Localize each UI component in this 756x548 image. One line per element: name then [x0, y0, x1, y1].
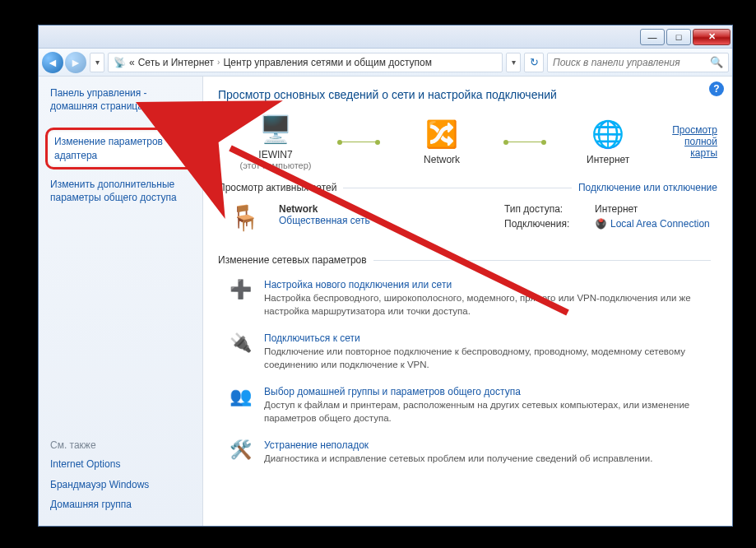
computer-icon: 🖥️ [257, 113, 295, 146]
troubleshoot-icon: 🛠️ [230, 439, 254, 464]
network-icon: 📡 [114, 57, 126, 68]
breadcrumb[interactable]: 📡 « Сеть и Интернет › Центр управления с… [108, 53, 503, 72]
back-button[interactable]: ◄ [42, 52, 63, 73]
help-icon[interactable]: ? [709, 81, 724, 96]
task-desc: Диагностика и исправление сетевых пробле… [264, 453, 652, 466]
change-settings-section: Изменение сетевых параметров ➕ Настройка… [218, 254, 717, 474]
bench-icon: 🪑 [230, 203, 267, 236]
breadcrumb-ellipsis: « [129, 57, 135, 68]
connect-icon: 🔌 [230, 332, 254, 357]
refresh-button[interactable]: ↻ [524, 53, 544, 72]
breadcrumb-part[interactable]: Сеть и Интернет [138, 57, 214, 68]
breadcrumb-part[interactable]: Центр управления сетями и общим доступом [223, 57, 432, 68]
sidebar-see-also: См. также Internet Options Брандмауэр Wi… [50, 439, 192, 518]
highlight-box: Изменение параметров адаптера [45, 128, 197, 169]
task-link[interactable]: Подключиться к сети [264, 332, 360, 344]
globe-icon: 🌐 [589, 118, 627, 151]
connection-link[interactable]: 🖲️Local Area Connection [595, 218, 710, 230]
homegroup-icon: 👥 [230, 386, 254, 411]
minimize-button[interactable]: — [640, 29, 665, 45]
search-input[interactable] [553, 57, 723, 68]
see-also-internet-options[interactable]: Internet Options [50, 457, 192, 471]
new-connection-icon: ➕ [230, 279, 254, 304]
section-title: Изменение сетевых параметров [218, 254, 367, 266]
sidebar-adapter-link[interactable]: Изменение параметров адаптера [54, 135, 188, 161]
task-desc: Настройка беспроводного, широкополосного… [264, 292, 717, 318]
page-title: Просмотр основных сведений о сети и наст… [218, 88, 717, 101]
map-node-label: IEWIN7 [218, 149, 333, 160]
map-node-label: Network [384, 154, 499, 165]
active-networks-section: Просмотр активных сетей Подключение или … [218, 182, 717, 243]
maximize-button[interactable]: □ [666, 29, 691, 45]
connect-disconnect-link[interactable]: Подключение или отключение [578, 182, 717, 193]
network-node-icon: 🔀 [423, 118, 461, 151]
see-also-homegroup[interactable]: Домашняя группа [50, 498, 192, 511]
window: — □ ✕ ◄ ► ▾ 📡 « Сеть и Интернет › Центр … [38, 25, 733, 527]
full-map-link[interactable]: Просмотр полной карты [672, 124, 717, 159]
section-title: Просмотр активных сетей [218, 182, 336, 193]
access-type-value: Интернет [595, 203, 638, 215]
task-desc: Доступ к файлам и принтерам, расположенн… [264, 399, 717, 425]
task-link[interactable]: Устранение неполадок [264, 439, 369, 451]
task-homegroup: 👥 Выбор домашней группы и параметров общ… [218, 379, 717, 433]
nav-arrows: ◄ ► [42, 52, 86, 73]
network-name: Network [279, 203, 493, 215]
task-desc: Подключение или повторное подключение к … [264, 346, 717, 371]
network-map: 🖥️ IEWIN7 (этот компьютер) 🔀 Network 🌐 И… [218, 113, 717, 170]
task-new-connection: ➕ Настройка нового подключения или сети … [218, 272, 717, 326]
map-connector [340, 142, 378, 142]
navbar: ◄ ► ▾ 📡 « Сеть и Интернет › Центр управл… [39, 49, 732, 77]
see-also-firewall[interactable]: Брандмауэр Windows [50, 478, 192, 491]
map-node-label: Интернет [550, 154, 666, 165]
map-connector [506, 142, 544, 142]
ethernet-icon: 🖲️ [595, 218, 607, 230]
see-also-heading: См. также [50, 439, 192, 451]
sidebar-advanced-link[interactable]: Изменить дополнительные параметры общего… [50, 178, 192, 204]
main-content: ? Просмотр основных сведений о сети и на… [203, 77, 732, 526]
sidebar-home-link[interactable]: Панель управления - домашняя страница [50, 86, 192, 113]
titlebar: — □ ✕ [39, 26, 732, 49]
close-button[interactable]: ✕ [693, 29, 730, 45]
search-box[interactable]: 🔍 [547, 53, 729, 72]
network-type-link[interactable]: Общественная сеть [279, 215, 370, 226]
search-icon: 🔍 [710, 56, 723, 68]
map-node-sublabel: (этот компьютер) [218, 160, 333, 170]
forward-button[interactable]: ► [65, 52, 86, 73]
breadcrumb-dropdown[interactable]: ▾ [506, 53, 521, 72]
sidebar: Панель управления - домашняя страница Из… [39, 77, 203, 526]
task-connect: 🔌 Подключиться к сети Подключение или по… [218, 326, 717, 379]
task-link[interactable]: Выбор домашней группы и параметров общег… [264, 386, 521, 397]
connections-label: Подключения: [504, 218, 595, 230]
access-type-label: Тип доступа: [504, 203, 595, 215]
task-link[interactable]: Настройка нового подключения или сети [264, 279, 452, 290]
chevron-right-icon: › [217, 58, 220, 67]
task-troubleshoot: 🛠️ Устранение неполадок Диагностика и ис… [218, 433, 717, 474]
recent-locations-button[interactable]: ▾ [90, 53, 104, 72]
